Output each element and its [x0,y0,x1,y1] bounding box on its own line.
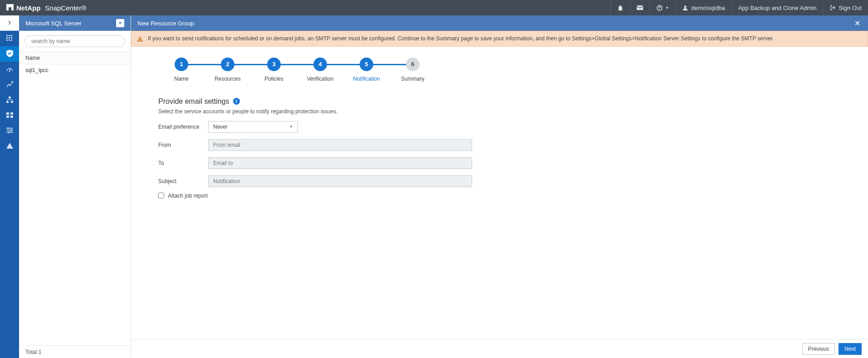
brand-product: SnapCenter® [45,4,86,12]
smtp-alert: If you want to send notifications for sc… [131,31,868,47]
plugin-dropdown-button[interactable]: ▼ [116,19,124,27]
warning-icon [137,36,143,44]
sliders-icon [6,127,13,135]
svg-point-15 [9,70,10,72]
chevron-down-icon: ▼ [118,21,122,25]
side-footer: Total 1 [19,345,131,358]
svg-rect-16 [9,97,11,98]
svg-rect-7 [9,35,10,36]
envelope-icon [637,5,643,11]
nav-resources[interactable] [0,46,19,62]
svg-rect-14 [11,39,12,41]
nav-monitor[interactable] [0,62,19,77]
chevron-down-icon: ▼ [665,6,669,10]
signout-icon [829,5,836,11]
signout-label: Sign Out [839,5,862,11]
attach-report-checkbox[interactable] [158,193,164,198]
nav-rail [0,15,19,358]
main-titlebar: New Resource Group ✕ [131,15,868,31]
svg-rect-17 [6,101,9,103]
sign-out-button[interactable]: Sign Out [823,0,868,15]
role-label-wrap[interactable]: App Backup and Clone Admin [731,0,823,15]
alert-text: If you want to send notifications for sc… [148,35,774,42]
svg-point-24 [10,130,12,131]
topbar: NetApp SnapCenter® ▼ demo\sqldba App Bac… [0,0,868,15]
help-button[interactable]: ▼ [649,0,675,15]
svg-rect-20 [10,112,13,115]
nav-storage[interactable] [0,108,19,123]
nav-alerts[interactable] [0,139,19,154]
nav-dashboard[interactable] [0,31,19,46]
help-icon [656,5,663,11]
svg-rect-9 [6,37,8,39]
svg-rect-19 [6,112,9,115]
mail-button[interactable] [630,0,649,15]
svg-point-4 [659,9,660,9]
wizard-steps: 1Name 2Resources 3Policies 4Verification… [158,58,841,82]
step-notification: 5Notification [343,58,390,82]
next-button[interactable]: Next [839,343,862,355]
chart-icon [6,81,13,89]
step-verification: 4Verification [297,58,343,82]
email-preference-select[interactable]: Never ▼ [208,121,298,133]
svg-point-5 [684,6,687,8]
page-title: New Resource Group [137,20,194,27]
close-button[interactable]: ✕ [853,19,862,28]
svg-rect-2 [9,4,11,7]
nav-reports[interactable] [0,77,19,92]
list-header-name: Name [19,52,131,64]
from-input[interactable] [208,139,472,151]
nav-hosts[interactable] [0,92,19,108]
to-label: To [158,160,208,166]
bell-icon [617,5,624,11]
svg-rect-10 [9,37,10,39]
step-resources: 2Resources [205,58,251,82]
shield-check-icon [6,50,13,58]
chevron-down-icon: ▼ [289,125,293,129]
svg-rect-0 [6,4,9,10]
from-label: From [158,142,208,148]
previous-button[interactable]: Previous [802,343,835,355]
svg-rect-1 [11,4,14,10]
subject-label: Subject [158,178,208,184]
subject-input[interactable] [208,175,472,187]
nav-expand-button[interactable] [0,15,19,31]
svg-rect-22 [10,116,13,118]
svg-point-25 [8,132,10,133]
list-item[interactable]: sql1_tpcc [19,64,131,76]
step-policies: 3Policies [251,58,297,82]
side-title-text: Microsoft SQL Server [25,20,82,27]
info-icon[interactable]: i [233,98,240,105]
user-menu[interactable]: demo\sqldba [675,0,731,15]
nav-settings[interactable] [0,123,19,139]
gauge-icon [6,66,13,73]
svg-rect-18 [11,101,13,103]
search-input[interactable] [24,35,125,47]
side-panel: Microsoft SQL Server ▼ Name sql1_tpcc To… [19,15,131,358]
svg-rect-11 [11,37,12,39]
svg-rect-21 [6,116,9,118]
side-title: Microsoft SQL Server ▼ [19,15,131,31]
svg-rect-12 [6,39,8,41]
user-label: demo\sqldba [691,5,725,11]
svg-point-23 [7,128,9,129]
wizard-footer: Previous Next [131,339,868,358]
netapp-logo-icon [6,4,14,12]
svg-rect-6 [6,35,8,36]
notifications-button[interactable] [610,0,630,15]
step-summary: 6Summary [390,58,436,82]
brand: NetApp SnapCenter® [0,4,93,12]
storage-icon [6,112,13,119]
role-label: App Backup and Clone Admin [738,5,817,11]
user-icon [682,5,688,11]
email-preference-label: Email preference [158,124,208,130]
main-panel: New Resource Group ✕ If you want to send… [131,15,868,358]
alert-icon [6,143,13,150]
close-icon: ✕ [854,19,860,28]
grid-icon [6,35,13,43]
svg-rect-13 [9,39,10,41]
form-heading: Provide email settings i [158,97,841,106]
to-input[interactable] [208,157,472,169]
chevron-right-icon [8,19,11,26]
attach-report-label: Attach job report [168,193,208,199]
